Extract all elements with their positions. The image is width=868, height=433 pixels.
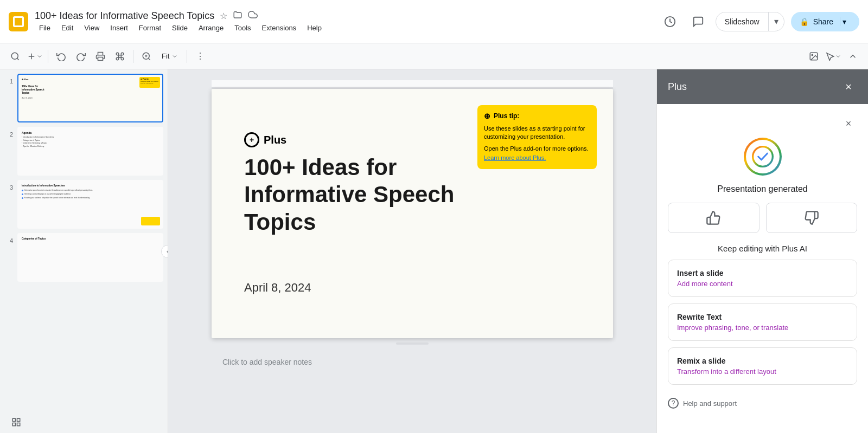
zoom-value: Fit	[162, 52, 169, 60]
slide-thumb-4[interactable]: Categories of Topics	[17, 233, 163, 282]
insert-image-btn[interactable]	[805, 48, 822, 65]
slide-logo: + Plus	[244, 132, 286, 147]
undo-btn[interactable]	[53, 48, 70, 65]
notes-placeholder: Click to add speaker notes	[222, 358, 312, 366]
slide-title-line3: Topics	[244, 209, 316, 235]
toolbar-separator-1	[48, 50, 48, 63]
feature-card-remix-slide[interactable]: Remix a slide Transform into a different…	[668, 347, 857, 385]
slideshow-label: Slideshow	[716, 12, 768, 31]
menu-edit[interactable]: Edit	[57, 23, 78, 33]
help-row[interactable]: ? Help and support	[668, 391, 857, 415]
menu-format[interactable]: Format	[135, 23, 165, 33]
slide-progress-indicator	[396, 342, 429, 345]
search-tool-btn[interactable]	[7, 48, 24, 65]
doc-title-row: 100+ Ideas for Informative Speech Topics…	[35, 10, 659, 22]
grid-view-btn[interactable]	[7, 412, 26, 432]
menu-insert[interactable]: Insert	[106, 23, 132, 33]
slide-title-line2: Informative Speech	[244, 182, 454, 207]
main-slide-canvas[interactable]: + Plus 100+ Ideas for Informative Speech…	[212, 89, 613, 338]
check-circle-icon	[744, 138, 782, 176]
help-icon: ?	[668, 398, 679, 409]
panel-title: Plus	[668, 81, 687, 93]
rewrite-text-title: Rewrite Text	[677, 313, 848, 321]
slideshow-dropdown-icon[interactable]: ▾	[768, 12, 784, 31]
redo-btn[interactable]	[72, 48, 90, 65]
top-bar: 100+ Ideas for Informative Speech Topics…	[0, 0, 868, 43]
right-panel: Plus × ×	[656, 69, 868, 433]
slide-num-3: 3	[4, 184, 13, 191]
feature-card-rewrite-text[interactable]: Rewrite Text Improve phrasing, tone, or …	[668, 303, 857, 341]
comments-icon[interactable]	[687, 11, 709, 33]
share-dropdown-icon[interactable]: ▾	[840, 17, 851, 26]
insert-slide-desc: Add more content	[677, 280, 848, 288]
history-icon[interactable]	[659, 11, 681, 33]
slide-thumb-2[interactable]: Agenda • Introduction to Informative Spe…	[17, 127, 163, 176]
slide-item-3[interactable]: 3 Introduction to Informative Speeches I…	[4, 180, 163, 229]
menu-arrange[interactable]: Arrange	[194, 23, 228, 33]
svg-line-2	[17, 58, 18, 60]
panel-close-btn[interactable]: ×	[840, 78, 857, 95]
share-button[interactable]: 🔒 Share ▾	[791, 12, 859, 31]
svg-line-7	[148, 58, 150, 60]
slide-main-title[interactable]: 100+ Ideas for Informative Speech Topics	[244, 154, 454, 236]
add-btn[interactable]	[26, 48, 43, 65]
remix-slide-desc: Transform into a different layout	[677, 367, 848, 376]
slide-item-1[interactable]: 1 ⊕ Plus 100+ Ideas forInformative Speec…	[4, 74, 163, 122]
pointer-btn[interactable]	[825, 48, 842, 65]
menu-view[interactable]: View	[80, 23, 104, 33]
star-icon[interactable]: ☆	[220, 11, 227, 21]
menu-help[interactable]: Help	[303, 23, 326, 33]
insert-slide-title: Insert a slide	[677, 269, 848, 277]
svg-rect-5	[98, 57, 103, 60]
slide-date[interactable]: April 8, 2024	[244, 281, 311, 295]
inner-close-btn[interactable]: ×	[840, 115, 857, 132]
plus-tip-icon: ⊕	[484, 112, 490, 120]
menu-extensions[interactable]: Extensions	[258, 23, 301, 33]
slide-num-1: 1	[4, 78, 13, 85]
thumbs-up-btn[interactable]	[668, 203, 760, 233]
slide-num-2: 2	[4, 131, 13, 138]
panel-header: Plus ×	[657, 69, 868, 104]
slide-logo-text: Plus	[264, 134, 286, 146]
slide-panel: 1 ⊕ Plus 100+ Ideas forInformative Speec…	[0, 69, 168, 433]
main-content: 1 ⊕ Plus 100+ Ideas forInformative Speec…	[0, 69, 868, 433]
feature-card-insert-slide[interactable]: Insert a slide Add more content	[668, 260, 857, 297]
slide-thumb-1[interactable]: ⊕ Plus 100+ Ideas forInformative SpeechT…	[17, 74, 163, 122]
print-btn[interactable]	[92, 48, 109, 65]
slide-item-2[interactable]: 2 Agenda • Introduction to Informative S…	[4, 127, 163, 176]
svg-rect-12	[12, 418, 15, 421]
thumbs-down-btn[interactable]	[766, 203, 858, 233]
title-area: 100+ Ideas for Informative Speech Topics…	[35, 10, 659, 33]
menu-tools[interactable]: Tools	[230, 23, 255, 33]
app-logo[interactable]	[9, 12, 28, 31]
format-paint-btn[interactable]	[111, 48, 129, 65]
menu-file[interactable]: File	[35, 23, 55, 33]
slide-panel-bottom	[0, 411, 168, 433]
slideshow-button[interactable]: Slideshow ▾	[716, 12, 784, 31]
share-label: Share	[813, 17, 833, 26]
collapse-toolbar-btn[interactable]	[844, 48, 861, 65]
app-logo-inner	[13, 16, 24, 27]
slide-title-line1: 100+ Ideas for	[244, 154, 397, 180]
svg-point-1	[11, 53, 18, 59]
toolbar-separator-3	[187, 50, 187, 63]
plus-tip-text1: Use these slides as a starting point for…	[484, 125, 590, 141]
menu-slide[interactable]: Slide	[168, 23, 192, 33]
svg-rect-13	[17, 418, 20, 421]
lock-icon: 🔒	[800, 17, 809, 26]
doc-title[interactable]: 100+ Ideas for Informative Speech Topics	[35, 10, 214, 22]
slide-thumb-3[interactable]: Introduction to Informative Speeches Inf…	[17, 180, 163, 229]
plus-tip-header: ⊕ Plus tip:	[484, 112, 590, 120]
slide-num-4: 4	[4, 237, 13, 244]
folder-icon[interactable]	[233, 10, 242, 22]
slide-item-4[interactable]: 4 Categories of Topics	[4, 233, 163, 282]
notes-area[interactable]: Click to add speaker notes	[212, 349, 613, 375]
remix-slide-title: Remix a slide	[677, 357, 848, 365]
cloud-icon[interactable]	[248, 10, 258, 22]
more-options-btn[interactable]: ⋮	[192, 48, 209, 65]
zoom-fit-btn[interactable]	[138, 48, 155, 65]
zoom-selector[interactable]: Fit	[157, 48, 182, 65]
plus-tip-title: Plus tip:	[494, 112, 519, 120]
slide-logo-icon: +	[244, 132, 259, 147]
plus-tip-link[interactable]: Learn more about Plus.	[484, 154, 590, 162]
